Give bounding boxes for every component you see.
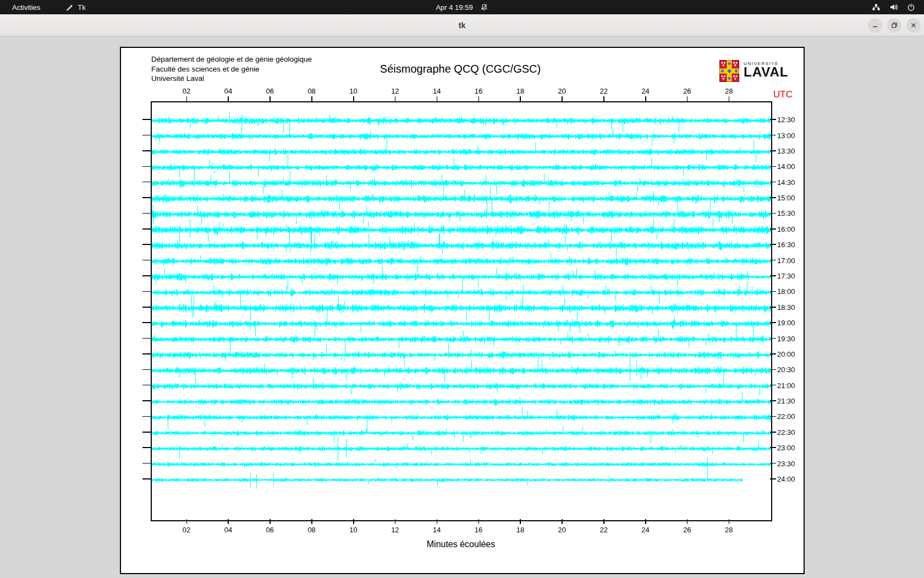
x-tick-label-top: 28 — [725, 87, 733, 95]
clock-label: Apr 4 19:59 — [436, 3, 472, 12]
x-tick-top — [395, 96, 396, 101]
y-time-label: 15:30 — [777, 209, 795, 217]
x-tick-bottom — [520, 519, 521, 524]
y-time-label: 17:00 — [777, 256, 795, 264]
activities-button[interactable]: Activities — [9, 2, 43, 13]
x-tick-top — [562, 96, 563, 101]
x-tick-bottom — [395, 519, 396, 524]
y-time-label: 18:30 — [777, 303, 795, 311]
x-tick-bottom — [479, 519, 480, 524]
seismograph-window: Département de géologie et de génie géol… — [120, 47, 805, 574]
y-tick-right — [770, 322, 776, 323]
volume-icon — [889, 3, 898, 12]
x-tick-label-bottom: 16 — [475, 526, 482, 534]
x-tick-bottom — [437, 519, 438, 524]
y-tick-right — [770, 228, 776, 230]
window-titlebar[interactable]: tk — [0, 14, 924, 36]
power-icon — [907, 3, 915, 12]
x-tick-bottom — [311, 519, 312, 524]
y-time-label: 17:30 — [777, 272, 795, 280]
y-tick-left — [142, 400, 151, 401]
x-tick-label-bottom: 24 — [641, 526, 649, 534]
y-time-label: 13:00 — [777, 131, 795, 139]
x-tick-label-top: 16 — [475, 87, 482, 95]
y-time-label: 20:30 — [777, 366, 795, 374]
y-tick-left — [142, 432, 151, 433]
y-time-label: 12:30 — [777, 116, 795, 124]
y-time-label: 19:00 — [777, 319, 795, 327]
y-tick-right — [770, 135, 776, 136]
universite-laval-logo: UNIVERSITÉ LAVAL — [719, 60, 788, 84]
seismograph-canvas — [152, 102, 771, 520]
app-menu[interactable]: Tk — [65, 3, 85, 12]
x-tick-label-top: 12 — [391, 87, 399, 95]
y-tick-right — [770, 307, 776, 308]
close-button[interactable] — [906, 18, 921, 32]
y-tick-right — [770, 244, 776, 245]
x-tick-bottom — [353, 519, 354, 524]
x-tick-label-bottom: 26 — [683, 526, 691, 534]
x-tick-label-bottom: 08 — [307, 526, 315, 534]
x-tick-label-bottom: 18 — [516, 526, 524, 534]
x-tick-bottom — [603, 519, 604, 524]
x-axis-title: Minutes écoulées — [427, 539, 496, 549]
y-tick-left — [142, 307, 151, 308]
x-tick-bottom — [270, 519, 271, 524]
y-tick-left — [142, 385, 151, 386]
x-tick-label-bottom: 22 — [600, 526, 607, 534]
x-tick-top — [479, 96, 480, 101]
y-time-label: 16:00 — [777, 225, 795, 233]
y-tick-left — [142, 135, 151, 136]
x-tick-top — [520, 96, 521, 101]
utc-label: UTC — [773, 89, 793, 100]
x-tick-top — [603, 96, 604, 101]
x-tick-label-bottom: 28 — [725, 526, 733, 534]
y-time-label: 23:30 — [777, 459, 795, 467]
y-tick-left — [142, 338, 151, 339]
x-tick-bottom — [562, 519, 563, 524]
y-time-label: 13:30 — [777, 146, 795, 155]
x-tick-label-top: 18 — [516, 87, 524, 95]
x-tick-label-bottom: 10 — [349, 526, 357, 534]
x-tick-top — [437, 96, 438, 101]
window-title: tk — [459, 21, 465, 30]
y-tick-right — [770, 260, 776, 261]
x-tick-bottom — [186, 519, 188, 524]
y-tick-left — [142, 447, 151, 448]
y-tick-left — [142, 244, 151, 245]
x-tick-label-top: 06 — [266, 87, 274, 95]
y-tick-right — [770, 291, 776, 292]
y-time-label: 20:00 — [777, 350, 795, 358]
x-tick-bottom — [687, 519, 688, 524]
x-tick-label-top: 04 — [224, 87, 232, 95]
x-tick-top — [228, 96, 229, 101]
y-tick-right — [770, 338, 776, 339]
y-tick-left — [142, 478, 151, 479]
x-tick-top — [311, 96, 312, 101]
chart-title: Séismographe QCQ (CGC/GSC) — [380, 63, 541, 75]
y-tick-left — [142, 213, 151, 214]
y-tick-right — [770, 150, 776, 151]
y-time-label: 23:00 — [777, 444, 795, 452]
x-tick-label-top: 08 — [307, 87, 315, 95]
clock-menu[interactable]: Apr 4 19:59 — [436, 0, 488, 14]
y-tick-right — [770, 369, 776, 370]
y-tick-left — [142, 322, 151, 323]
y-tick-left — [142, 275, 151, 276]
institution-line-3: Université Laval — [151, 74, 312, 84]
minimize-button[interactable] — [868, 18, 882, 32]
system-status-area[interactable] — [872, 3, 924, 12]
x-tick-top — [353, 96, 354, 101]
x-tick-label-bottom: 14 — [433, 526, 441, 534]
x-tick-label-top: 26 — [683, 87, 691, 95]
y-time-label: 15:00 — [777, 194, 795, 202]
x-tick-top — [270, 96, 271, 101]
laval-wordmark: UNIVERSITÉ LAVAL — [744, 60, 788, 78]
y-tick-right — [770, 166, 776, 167]
x-tick-label-bottom: 04 — [224, 526, 232, 534]
y-tick-left — [142, 182, 151, 183]
tk-feather-icon — [65, 3, 74, 12]
maximize-button[interactable] — [887, 18, 901, 32]
y-time-label: 19:30 — [777, 334, 795, 342]
x-tick-bottom — [645, 519, 646, 524]
